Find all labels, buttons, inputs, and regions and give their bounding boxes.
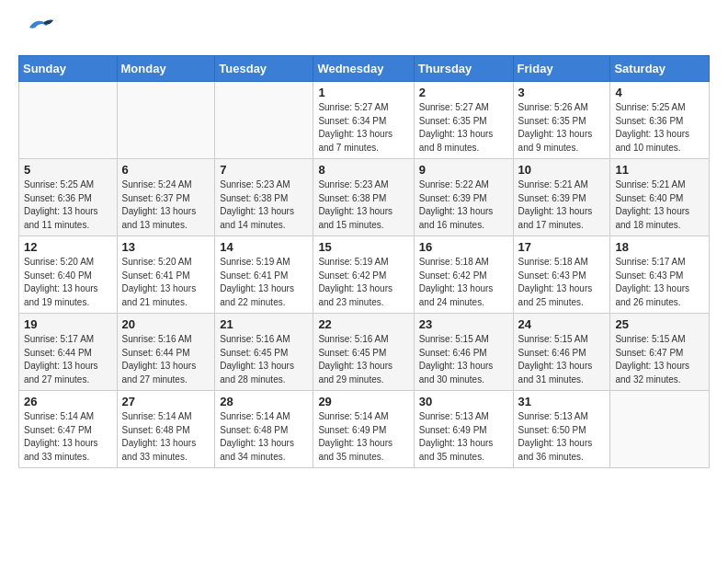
calendar-cell: 16Sunrise: 5:18 AM Sunset: 6:42 PM Dayli… (414, 236, 513, 314)
calendar-cell: 24Sunrise: 5:15 AM Sunset: 6:46 PM Dayli… (513, 314, 610, 391)
calendar-cell (610, 391, 710, 468)
day-info: Sunrise: 5:27 AM Sunset: 6:35 PM Dayligh… (419, 101, 508, 155)
day-info: Sunrise: 5:24 AM Sunset: 6:37 PM Dayligh… (122, 178, 210, 232)
day-info: Sunrise: 5:20 AM Sunset: 6:40 PM Dayligh… (24, 256, 112, 309)
weekday-header-wednesday: Wednesday (313, 56, 414, 82)
calendar-cell: 14Sunrise: 5:19 AM Sunset: 6:41 PM Dayli… (215, 236, 313, 314)
day-info: Sunrise: 5:21 AM Sunset: 6:39 PM Dayligh… (518, 178, 606, 232)
calendar-cell: 2Sunrise: 5:27 AM Sunset: 6:35 PM Daylig… (414, 82, 513, 159)
day-number: 26 (24, 395, 112, 408)
day-info: Sunrise: 5:15 AM Sunset: 6:47 PM Dayligh… (615, 333, 704, 386)
day-number: 18 (615, 240, 704, 254)
calendar-cell: 26Sunrise: 5:14 AM Sunset: 6:47 PM Dayli… (19, 391, 118, 468)
day-number: 27 (122, 395, 210, 408)
weekday-header-sunday: Sunday (19, 56, 118, 82)
logo (18, 18, 55, 40)
day-number: 22 (318, 317, 408, 331)
calendar-cell: 12Sunrise: 5:20 AM Sunset: 6:40 PM Dayli… (19, 236, 118, 314)
calendar-cell (215, 82, 313, 159)
day-info: Sunrise: 5:18 AM Sunset: 6:42 PM Dayligh… (419, 256, 508, 309)
day-number: 4 (615, 86, 704, 99)
day-info: Sunrise: 5:17 AM Sunset: 6:43 PM Dayligh… (615, 256, 704, 309)
day-number: 11 (615, 163, 704, 177)
day-info: Sunrise: 5:23 AM Sunset: 6:38 PM Dayligh… (220, 178, 308, 232)
day-info: Sunrise: 5:13 AM Sunset: 6:50 PM Dayligh… (518, 410, 606, 464)
calendar-week-row: 26Sunrise: 5:14 AM Sunset: 6:47 PM Dayli… (19, 391, 710, 468)
day-number: 12 (24, 240, 112, 254)
calendar-cell: 6Sunrise: 5:24 AM Sunset: 6:37 PM Daylig… (117, 159, 215, 236)
day-number: 10 (518, 163, 606, 177)
day-number: 28 (220, 395, 308, 408)
weekday-header-saturday: Saturday (610, 56, 710, 82)
day-number: 29 (318, 395, 408, 408)
day-number: 24 (518, 317, 606, 331)
weekday-header-tuesday: Tuesday (215, 56, 313, 82)
calendar-cell: 15Sunrise: 5:19 AM Sunset: 6:42 PM Dayli… (313, 236, 414, 314)
calendar-cell: 5Sunrise: 5:25 AM Sunset: 6:36 PM Daylig… (19, 159, 118, 236)
calendar-cell: 30Sunrise: 5:13 AM Sunset: 6:49 PM Dayli… (414, 391, 513, 468)
day-number: 30 (419, 395, 508, 408)
day-info: Sunrise: 5:15 AM Sunset: 6:46 PM Dayligh… (419, 333, 508, 386)
day-info: Sunrise: 5:18 AM Sunset: 6:43 PM Dayligh… (518, 256, 606, 309)
calendar-cell: 21Sunrise: 5:16 AM Sunset: 6:45 PM Dayli… (215, 314, 313, 391)
logo-bird-icon (26, 15, 55, 40)
calendar-week-row: 1Sunrise: 5:27 AM Sunset: 6:34 PM Daylig… (19, 82, 710, 159)
day-info: Sunrise: 5:25 AM Sunset: 6:36 PM Dayligh… (615, 101, 704, 155)
calendar-week-row: 5Sunrise: 5:25 AM Sunset: 6:36 PM Daylig… (19, 159, 710, 236)
weekday-header-monday: Monday (117, 56, 215, 82)
calendar-cell: 18Sunrise: 5:17 AM Sunset: 6:43 PM Dayli… (610, 236, 710, 314)
calendar-cell: 27Sunrise: 5:14 AM Sunset: 6:48 PM Dayli… (117, 391, 215, 468)
day-info: Sunrise: 5:16 AM Sunset: 6:45 PM Dayligh… (318, 333, 408, 386)
day-number: 1 (318, 86, 408, 99)
calendar-cell: 11Sunrise: 5:21 AM Sunset: 6:40 PM Dayli… (610, 159, 710, 236)
calendar-cell: 31Sunrise: 5:13 AM Sunset: 6:50 PM Dayli… (513, 391, 610, 468)
day-info: Sunrise: 5:14 AM Sunset: 6:48 PM Dayligh… (220, 410, 308, 464)
day-number: 5 (24, 163, 112, 177)
calendar-cell: 19Sunrise: 5:17 AM Sunset: 6:44 PM Dayli… (19, 314, 118, 391)
calendar-cell: 10Sunrise: 5:21 AM Sunset: 6:39 PM Dayli… (513, 159, 610, 236)
calendar-cell (117, 82, 215, 159)
calendar-cell: 23Sunrise: 5:15 AM Sunset: 6:46 PM Dayli… (414, 314, 513, 391)
calendar-cell: 4Sunrise: 5:25 AM Sunset: 6:36 PM Daylig… (610, 82, 710, 159)
day-number: 21 (220, 317, 308, 331)
day-info: Sunrise: 5:27 AM Sunset: 6:34 PM Dayligh… (318, 101, 408, 155)
day-info: Sunrise: 5:26 AM Sunset: 6:35 PM Dayligh… (518, 101, 606, 155)
calendar-cell: 13Sunrise: 5:20 AM Sunset: 6:41 PM Dayli… (117, 236, 215, 314)
calendar-cell: 22Sunrise: 5:16 AM Sunset: 6:45 PM Dayli… (313, 314, 414, 391)
calendar-header-row: SundayMondayTuesdayWednesdayThursdayFrid… (19, 56, 710, 82)
day-info: Sunrise: 5:15 AM Sunset: 6:46 PM Dayligh… (518, 333, 606, 386)
day-number: 7 (220, 163, 308, 177)
calendar-week-row: 19Sunrise: 5:17 AM Sunset: 6:44 PM Dayli… (19, 314, 710, 391)
day-number: 17 (518, 240, 606, 254)
day-number: 6 (122, 163, 210, 177)
day-number: 23 (419, 317, 508, 331)
day-info: Sunrise: 5:13 AM Sunset: 6:49 PM Dayligh… (419, 410, 508, 464)
day-info: Sunrise: 5:20 AM Sunset: 6:41 PM Dayligh… (122, 256, 210, 309)
day-info: Sunrise: 5:19 AM Sunset: 6:42 PM Dayligh… (318, 256, 408, 309)
day-number: 20 (122, 317, 210, 331)
weekday-header-friday: Friday (513, 56, 610, 82)
calendar-week-row: 12Sunrise: 5:20 AM Sunset: 6:40 PM Dayli… (19, 236, 710, 314)
calendar-cell: 3Sunrise: 5:26 AM Sunset: 6:35 PM Daylig… (513, 82, 610, 159)
calendar-cell: 29Sunrise: 5:14 AM Sunset: 6:49 PM Dayli… (313, 391, 414, 468)
calendar-cell: 8Sunrise: 5:23 AM Sunset: 6:38 PM Daylig… (313, 159, 414, 236)
calendar-table: SundayMondayTuesdayWednesdayThursdayFrid… (18, 55, 710, 468)
page-header (18, 18, 710, 40)
day-info: Sunrise: 5:21 AM Sunset: 6:40 PM Dayligh… (615, 178, 704, 232)
day-info: Sunrise: 5:23 AM Sunset: 6:38 PM Dayligh… (318, 178, 408, 232)
day-number: 25 (615, 317, 704, 331)
weekday-header-thursday: Thursday (414, 56, 513, 82)
day-number: 19 (24, 317, 112, 331)
day-number: 13 (122, 240, 210, 254)
day-number: 3 (518, 86, 606, 99)
day-info: Sunrise: 5:16 AM Sunset: 6:45 PM Dayligh… (220, 333, 308, 386)
day-number: 16 (419, 240, 508, 254)
day-number: 14 (220, 240, 308, 254)
calendar-cell: 7Sunrise: 5:23 AM Sunset: 6:38 PM Daylig… (215, 159, 313, 236)
day-info: Sunrise: 5:19 AM Sunset: 6:41 PM Dayligh… (220, 256, 308, 309)
day-info: Sunrise: 5:14 AM Sunset: 6:49 PM Dayligh… (318, 410, 408, 464)
calendar-cell: 28Sunrise: 5:14 AM Sunset: 6:48 PM Dayli… (215, 391, 313, 468)
day-info: Sunrise: 5:22 AM Sunset: 6:39 PM Dayligh… (419, 178, 508, 232)
calendar-cell: 9Sunrise: 5:22 AM Sunset: 6:39 PM Daylig… (414, 159, 513, 236)
day-info: Sunrise: 5:14 AM Sunset: 6:47 PM Dayligh… (24, 410, 112, 464)
